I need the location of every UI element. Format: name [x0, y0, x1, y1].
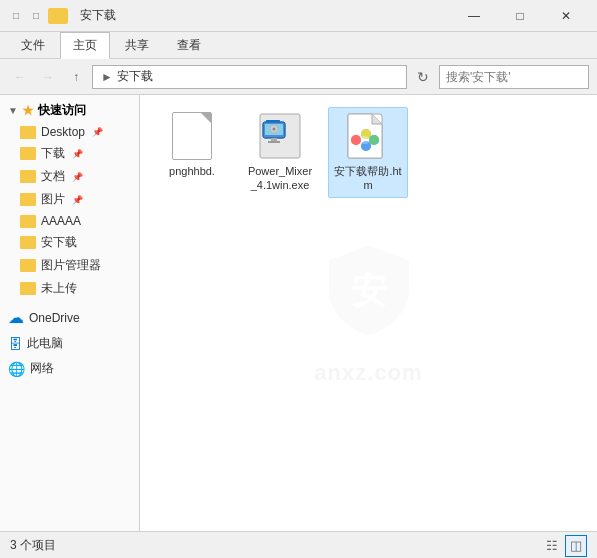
svg-rect-7	[271, 138, 277, 141]
pin-icon: 📌	[72, 172, 83, 182]
tab-share[interactable]: 共享	[112, 32, 162, 58]
file-item-pnghhbd[interactable]: pnghhbd.	[152, 107, 232, 183]
sidebar-item-label: 图片	[41, 191, 65, 208]
sidebar-item-label: 文档	[41, 168, 65, 185]
title-bar: □ □ 安下载 — □ ✕	[0, 0, 597, 32]
file-name: 安下载帮助.htm	[333, 164, 403, 193]
svg-point-17	[351, 135, 361, 145]
tab-view[interactable]: 查看	[164, 32, 214, 58]
sidebar-item-network[interactable]: 🌐 网络	[0, 356, 139, 381]
file-name: pnghhbd.	[169, 164, 215, 178]
svg-point-19	[369, 135, 379, 145]
svg-point-21	[361, 136, 369, 144]
folder-icon	[20, 215, 36, 228]
list-view-button[interactable]: ☷	[541, 535, 563, 557]
sidebar-item-label: AAAAA	[41, 214, 81, 228]
maximize-button[interactable]: □	[497, 0, 543, 32]
title-bar-icons: □ □	[8, 8, 72, 24]
quick-access-label: 快速访问	[38, 102, 86, 119]
sidebar-drive-label: 此电脑	[27, 335, 63, 352]
search-box[interactable]: 🔍	[439, 65, 589, 89]
folder-icon	[20, 193, 36, 206]
up-button[interactable]: ↑	[64, 65, 88, 89]
file-area: 安 anxz.com pnghhbd.	[140, 95, 597, 531]
folder-icon	[20, 236, 36, 249]
folder-icon	[20, 259, 36, 272]
path-chevron: ►	[101, 70, 113, 84]
title-bar-controls: — □ ✕	[451, 0, 589, 32]
sidebar-item-pictures[interactable]: 图片 📌	[0, 188, 139, 211]
folder-icon	[20, 170, 36, 183]
svg-point-10	[273, 128, 276, 131]
grid-view-button[interactable]: ◫	[565, 535, 587, 557]
ribbon-tabs: 文件 主页 共享 查看	[0, 32, 597, 58]
sidebar-item-label: 图片管理器	[41, 257, 101, 274]
sidebar: ▼ ★ 快速访问 Desktop 📌 下载 📌 文档 📌 图片	[0, 95, 140, 531]
folder-icon-title	[48, 8, 68, 24]
chevron-icon: ▼	[8, 105, 18, 116]
path-text: 安下载	[117, 68, 153, 85]
cloud-icon: ☁	[8, 308, 24, 327]
star-icon: ★	[22, 103, 34, 118]
network-icon: 🌐	[8, 361, 25, 377]
files-grid: pnghhbd.	[152, 107, 585, 198]
watermark-text: anxz.com	[314, 360, 422, 386]
sidebar-item-this-pc[interactable]: 🗄 此电脑	[0, 331, 139, 356]
sidebar-item-onedrive[interactable]: ☁ OneDrive	[0, 304, 139, 331]
pc-icon: 🗄	[8, 336, 22, 352]
pin-icon: 📌	[72, 195, 83, 205]
sidebar-item-label: 未上传	[41, 280, 77, 297]
watermark: 安 anxz.com	[314, 241, 422, 386]
search-input[interactable]	[446, 70, 596, 84]
status-text: 3 个项目	[10, 537, 541, 554]
file-item-powermixer[interactable]: Power_Mixer_4.1win.exe	[240, 107, 320, 198]
svg-text:安: 安	[348, 270, 386, 311]
blank-icon: □	[8, 8, 24, 24]
refresh-button[interactable]: ↻	[411, 65, 435, 89]
quick-access-header[interactable]: ▼ ★ 快速访问	[0, 99, 139, 122]
status-bar: 3 个项目 ☷ ◫	[0, 531, 597, 558]
address-bar: ← → ↑ ► 安下载 ↻ 🔍	[0, 59, 597, 95]
sidebar-item-label: Desktop	[41, 125, 85, 139]
file-name: Power_Mixer_4.1win.exe	[245, 164, 315, 193]
sidebar-item-pic-manager[interactable]: 图片管理器	[0, 254, 139, 277]
file-item-anxzhelp[interactable]: 安下载帮助.htm	[328, 107, 408, 198]
main-content: ▼ ★ 快速访问 Desktop 📌 下载 📌 文档 📌 图片	[0, 95, 597, 531]
sidebar-drive-label: 网络	[30, 360, 54, 377]
blank-file-shape	[172, 112, 212, 160]
ribbon: 文件 主页 共享 查看	[0, 32, 597, 59]
folder-icon	[20, 282, 36, 295]
watermark-shield-icon: 安	[323, 241, 413, 360]
sidebar-item-desktop[interactable]: Desktop 📌	[0, 122, 139, 142]
back-button[interactable]: ←	[8, 65, 32, 89]
folder-icon	[20, 126, 36, 139]
file-icon-htm	[344, 112, 392, 160]
sidebar-item-label: 下载	[41, 145, 65, 162]
sidebar-item-aaaaa[interactable]: AAAAA	[0, 211, 139, 231]
file-icon-blank	[168, 112, 216, 160]
sidebar-item-documents[interactable]: 文档 📌	[0, 165, 139, 188]
blank-icon2: □	[28, 8, 44, 24]
close-button[interactable]: ✕	[543, 0, 589, 32]
minimize-button[interactable]: —	[451, 0, 497, 32]
view-buttons: ☷ ◫	[541, 535, 587, 557]
quick-access-section: ▼ ★ 快速访问 Desktop 📌 下载 📌 文档 📌 图片	[0, 99, 139, 300]
forward-button[interactable]: →	[36, 65, 60, 89]
svg-rect-8	[268, 141, 280, 143]
address-path[interactable]: ► 安下载	[92, 65, 407, 89]
tab-home[interactable]: 主页	[60, 32, 110, 59]
pin-icon: 📌	[92, 127, 103, 137]
file-icon-exe	[256, 112, 304, 160]
sidebar-item-anxz[interactable]: 安下载	[0, 231, 139, 254]
sidebar-item-not-uploaded[interactable]: 未上传	[0, 277, 139, 300]
folder-icon	[20, 147, 36, 160]
pin-icon: 📌	[72, 149, 83, 159]
sidebar-drive-label: OneDrive	[29, 311, 80, 325]
sidebar-item-downloads[interactable]: 下载 📌	[0, 142, 139, 165]
tab-file[interactable]: 文件	[8, 32, 58, 58]
title-bar-text: 安下载	[80, 7, 451, 24]
sidebar-item-label: 安下载	[41, 234, 77, 251]
